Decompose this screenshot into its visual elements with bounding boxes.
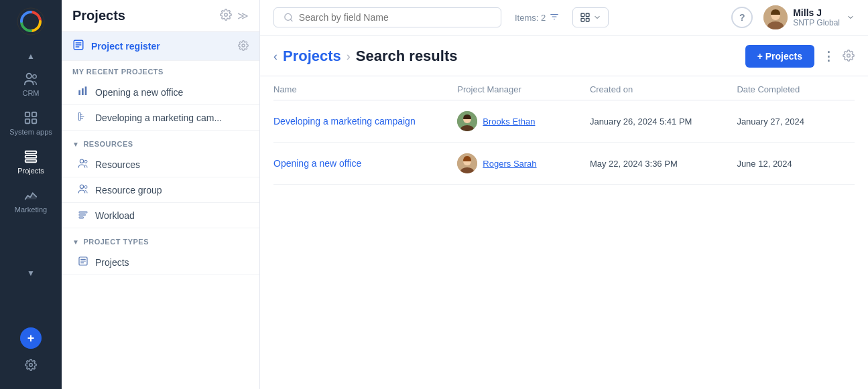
more-options-button[interactable]: ⋮	[822, 49, 834, 64]
breadcrumb-projects-link[interactable]: Projects	[283, 48, 341, 65]
scroll-up-icon[interactable]: ▲	[24, 49, 38, 64]
sidebar-item-system-apps[interactable]: System apps	[4, 105, 58, 141]
grid-view-icon	[580, 12, 591, 23]
svg-rect-14	[78, 112, 80, 121]
recent-project-label-1: Opening a new office	[95, 87, 183, 98]
topbar-left: Items: 2	[273, 7, 731, 27]
user-avatar	[763, 5, 788, 29]
project-types-section: ▼ PROJECT TYPES	[62, 234, 259, 250]
sidebar-header: Projects ≫	[62, 0, 259, 32]
svg-point-19	[84, 160, 87, 163]
breadcrumb: ‹ Projects › Search results	[273, 48, 457, 65]
svg-rect-12	[82, 88, 84, 95]
items-count-text: Items: 2	[515, 13, 546, 23]
breadcrumb-back-icon[interactable]: ‹	[273, 50, 277, 64]
content-settings-icon[interactable]	[843, 50, 855, 64]
sidebar-item-marketing[interactable]: Marketing	[4, 183, 58, 219]
app-logo	[16, 7, 46, 38]
add-button[interactable]: +	[20, 327, 42, 349]
table-header: Name Project Manager Created on Date Com…	[273, 76, 855, 100]
project-types-icon	[78, 256, 88, 268]
add-projects-button[interactable]: + Projects	[745, 45, 814, 68]
sidebar-collapse-icon[interactable]: ≫	[237, 9, 249, 22]
col-name: Name	[273, 84, 457, 94]
svg-point-20	[80, 185, 83, 188]
resources-section: ▼ RESOURCES	[62, 136, 259, 152]
project-types-arrow-icon[interactable]: ▼	[72, 238, 79, 246]
svg-rect-7	[25, 151, 37, 154]
view-toggle[interactable]	[572, 7, 609, 27]
user-dropdown-icon	[847, 13, 855, 21]
project-register-gear-icon[interactable]	[238, 40, 249, 53]
user-company: SNTP Global	[793, 18, 840, 27]
recent-project-bar-icon-2	[78, 111, 88, 124]
view-dropdown-icon	[593, 13, 601, 21]
svg-point-18	[80, 159, 83, 163]
svg-rect-13	[85, 86, 87, 95]
workload-icon	[78, 209, 88, 222]
project-name-link-1[interactable]: Developing a marketing campaign	[273, 116, 416, 127]
project-name-link-2[interactable]: Opening a new office	[273, 158, 361, 169]
user-info[interactable]: Mills J SNTP Global	[763, 5, 855, 29]
topbar: Items: 2 ?	[260, 0, 868, 35]
main-content: Items: 2 ?	[260, 0, 868, 389]
scroll-down-icon[interactable]: ▼	[24, 266, 38, 281]
svg-rect-23	[79, 214, 85, 216]
search-icon	[284, 12, 294, 23]
resources-arrow-icon[interactable]: ▼	[72, 141, 79, 148]
sidebar-item-projects[interactable]: Projects	[4, 144, 58, 180]
svg-rect-11	[78, 90, 80, 95]
completed-date-1: January 27, 2024	[737, 116, 804, 127]
topbar-right: ? Mills J SNTP Global	[731, 5, 855, 29]
pm-name-1[interactable]: Brooks Ethan	[483, 116, 535, 127]
pm-name-2[interactable]: Rogers Sarah	[483, 159, 536, 169]
sidebar-workload[interactable]: Workload	[62, 203, 259, 228]
resource-group-icon	[78, 183, 88, 196]
settings-icon[interactable]	[20, 354, 42, 376]
created-date-2: May 22, 2024 3:36 PM	[590, 159, 678, 169]
sidebar-header-icons: ≫	[220, 9, 249, 23]
created-cell-1: January 26, 2024 5:41 PM	[590, 116, 737, 127]
filter-icon[interactable]	[550, 12, 559, 23]
svg-rect-28	[586, 13, 590, 17]
svg-point-2	[33, 75, 37, 79]
col-created: Created on	[590, 84, 737, 94]
search-input[interactable]	[299, 12, 491, 23]
sidebar-resource-group[interactable]: Resource group	[62, 177, 259, 203]
resources-label: Resources	[95, 159, 140, 170]
table-container: Name Project Manager Created on Date Com…	[260, 76, 868, 389]
sidebar-gear-icon[interactable]	[220, 9, 232, 23]
help-label: ?	[739, 12, 745, 23]
user-details: Mills J SNTP Global	[793, 7, 840, 27]
project-types-projects-label: Projects	[95, 257, 129, 268]
svg-rect-8	[25, 155, 37, 158]
created-date-1: January 26, 2024 5:41 PM	[590, 116, 692, 127]
sidebar-project-types-projects[interactable]: Projects	[62, 250, 259, 275]
project-name-cell-1[interactable]: Developing a marketing campaign	[273, 116, 457, 127]
icon-bar-bottom: +	[20, 327, 42, 382]
help-button[interactable]: ?	[731, 7, 753, 28]
svg-point-1	[27, 74, 32, 78]
sidebar-recent-opening[interactable]: Opening a new office	[62, 80, 259, 105]
col-pm: Project Manager	[457, 84, 590, 94]
sidebar-recent-marketing[interactable]: Developing a marketing cam...	[62, 105, 259, 131]
project-name-cell-2[interactable]: Opening a new office	[273, 158, 457, 169]
breadcrumb-current: Search results	[356, 48, 458, 65]
project-manager-cell-2: Rogers Sarah	[457, 153, 590, 173]
project-manager-cell-1: Brooks Ethan	[457, 111, 590, 131]
workload-label: Workload	[95, 210, 135, 221]
sidebar-item-crm[interactable]: CRM	[4, 66, 58, 102]
sidebar: Projects ≫ Project register	[62, 0, 260, 389]
completed-cell-1: January 27, 2024	[737, 116, 855, 127]
user-name: Mills J	[793, 7, 840, 18]
pm-avatar-2	[457, 153, 477, 173]
svg-rect-22	[79, 212, 87, 213]
breadcrumb-separator: ›	[347, 50, 351, 64]
items-count: Items: 2	[515, 12, 559, 23]
sidebar-nav-project-register[interactable]: Project register	[62, 32, 259, 61]
sidebar-resources[interactable]: Resources	[62, 152, 259, 177]
search-box[interactable]	[273, 7, 501, 27]
resources-icon	[78, 158, 88, 171]
table-row: Developing a marketing campaign Brooks E…	[273, 100, 855, 143]
created-cell-2: May 22, 2024 3:36 PM	[590, 158, 737, 169]
